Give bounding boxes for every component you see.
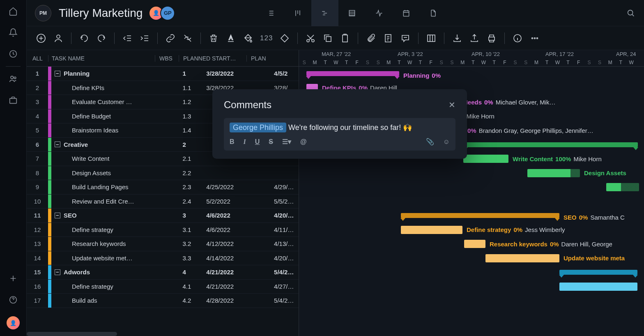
help-icon[interactable] [8,295,18,305]
user-avatar[interactable]: 👤 [7,316,20,329]
gantt-bar[interactable] [463,142,638,147]
emoji-icon[interactable]: ☺ [443,138,450,146]
gantt-bar[interactable]: Write Content100%Mike Horn [463,155,508,163]
add-task-icon[interactable] [36,33,46,44]
view-list-icon[interactable] [257,0,284,26]
col-end[interactable]: PLAN [246,55,275,62]
collapse-icon[interactable]: − [55,269,60,275]
gantt-row[interactable] [299,180,644,195]
delete-icon[interactable] [208,33,219,44]
gantt-row[interactable]: Planning0% [299,67,644,81]
gantt-row[interactable]: SEO0%Samantha C [299,209,644,223]
link-icon[interactable] [165,33,176,44]
paste-icon[interactable] [340,33,350,44]
fill-color-icon[interactable] [243,33,253,44]
gantt-row[interactable] [299,265,644,280]
mention-icon[interactable]: @ [300,138,307,146]
close-icon[interactable]: ✕ [448,100,455,110]
collapse-icon[interactable]: − [55,71,60,76]
strike-icon[interactable]: S [269,138,273,146]
bell-icon[interactable] [8,28,18,37]
number-format[interactable]: 123 [260,34,273,42]
mention-tag[interactable]: George Phillips [230,123,286,132]
search-icon[interactable] [626,8,636,18]
info-icon[interactable] [512,33,523,44]
clock-icon[interactable] [8,49,18,59]
comments-title: Comments [224,99,271,111]
gantt-bar[interactable]: Design Assets [527,169,580,177]
view-sheet-icon[interactable] [338,0,366,26]
view-gantt-icon[interactable] [311,0,338,26]
gantt-bar[interactable]: Update website meta [485,254,559,262]
table-row[interactable]: 11 −SEO 3 4/6/2022 4/20/… [27,209,299,223]
table-row[interactable]: 9 Build Landing Pages 2.3 4/25/2022 4/29… [27,180,299,195]
text-color-icon[interactable] [225,33,236,44]
add-icon[interactable] [8,273,18,283]
table-row[interactable]: 16 Define strategy 4.1 4/21/2022 4/27/… [27,280,299,294]
home-icon[interactable] [8,6,18,16]
gantt-row[interactable] [299,195,644,209]
h-scrollbar[interactable] [27,332,117,336]
team-icon[interactable] [8,74,18,84]
more-icon[interactable] [529,33,540,44]
gantt-bar[interactable]: SEO0%Samantha C [401,213,559,218]
columns-icon[interactable] [426,33,437,44]
gantt-row[interactable] [299,294,644,308]
copy-icon[interactable] [322,33,333,44]
table-row[interactable]: 1 −Planning 1 3/28/2022 4/5/2 [27,67,299,81]
col-all[interactable]: ALL [27,55,48,62]
project-members[interactable]: 👤 GP [152,6,175,21]
gantt-row[interactable] [299,280,644,294]
gantt-bar[interactable]: Define strategy0%Jess Wimberly [401,226,462,234]
notes-icon[interactable] [383,33,393,44]
project-title: Tillery Marketing [59,7,143,20]
app-logo[interactable]: PM [35,5,51,21]
view-board-icon[interactable] [284,0,311,26]
table-row[interactable]: 15 −Adwords 4 4/21/2022 5/4/2… [27,265,299,280]
gantt-bar[interactable]: Planning0% [306,71,399,76]
table-row[interactable]: 8 Design Assets 2.2 [27,166,299,181]
briefcase-icon[interactable] [8,95,18,105]
gantt-bar[interactable]: Research keywords0%Daren Hill, George [464,240,485,248]
milestone-icon[interactable] [279,33,290,44]
gantt-row[interactable]: Update website meta [299,251,644,266]
collapse-icon[interactable]: − [55,213,60,218]
col-wbs[interactable]: WBS [155,55,179,62]
import-icon[interactable] [452,33,462,44]
outdent-icon[interactable] [122,33,133,44]
unlink-icon[interactable] [182,33,193,44]
cut-icon[interactable] [305,33,316,44]
print-icon[interactable] [486,33,497,44]
collapse-icon[interactable]: − [55,141,60,147]
italic-icon[interactable]: I [244,138,246,146]
list-icon[interactable]: ☰▾ [282,138,291,146]
attach-file-icon[interactable]: 📎 [426,138,434,146]
gantt-row[interactable]: Design Assets [299,166,644,181]
timeline-date: APR, 3 '22 [398,51,423,57]
gantt-bar[interactable] [559,270,637,275]
gantt-bar[interactable] [559,283,637,291]
table-row[interactable]: 10 Review and Edit Cre… 2.4 5/2/2022 5/5… [27,195,299,209]
comment-icon[interactable] [400,33,411,44]
table-row[interactable]: 12 Define strategy 3.1 4/6/2022 4/11/… [27,223,299,237]
comment-input[interactable]: George Phillips We're following our time… [224,118,455,151]
indent-icon[interactable] [139,33,150,44]
view-file-icon[interactable] [420,0,447,26]
underline-icon[interactable]: U [255,138,260,146]
table-row[interactable]: 14 Update website met… 3.3 4/14/2022 4/2… [27,251,299,266]
assign-user-icon[interactable] [53,33,64,44]
undo-icon[interactable] [79,33,90,44]
gantt-row[interactable]: Define strategy0%Jess Wimberly [299,223,644,237]
table-row[interactable]: 13 Research keywords 3.2 4/12/2022 4/13/… [27,237,299,251]
view-activity-icon[interactable] [366,0,393,26]
attach-icon[interactable] [366,33,376,44]
export-icon[interactable] [469,33,480,44]
table-row[interactable]: 17 Build ads 4.2 4/28/2022 5/4/2… [27,294,299,308]
col-start[interactable]: PLANNED START… [179,55,246,62]
bold-icon[interactable]: B [230,138,235,146]
gantt-row[interactable]: Research keywords0%Daren Hill, George [299,237,644,251]
gantt-bar[interactable] [606,183,639,191]
view-calendar-icon[interactable] [393,0,420,26]
redo-icon[interactable] [96,33,107,44]
col-name[interactable]: TASK NAME [48,55,155,62]
